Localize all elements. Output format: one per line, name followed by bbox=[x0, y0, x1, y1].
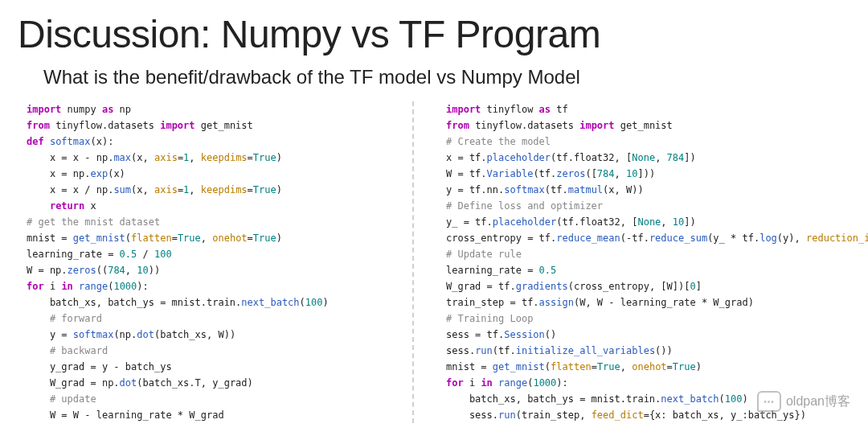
code-token: as bbox=[102, 104, 113, 115]
code-token: in bbox=[61, 281, 72, 292]
code-token: ]) bbox=[684, 216, 695, 228]
code-token: 0.5 bbox=[120, 249, 137, 260]
code-token: y = bbox=[27, 329, 73, 340]
code-token: get_mnist bbox=[73, 232, 125, 244]
code-token: range bbox=[79, 281, 108, 292]
code-token: ( bbox=[719, 393, 725, 405]
code-token: onehot bbox=[632, 361, 666, 372]
code-token: sum bbox=[113, 184, 131, 195]
code-token: import bbox=[579, 120, 614, 131]
code-token: run bbox=[475, 345, 493, 356]
code-token: zeros bbox=[68, 265, 96, 276]
code-token: ( bbox=[300, 297, 305, 308]
code-token: tf bbox=[551, 104, 568, 115]
code-token: softmax bbox=[504, 184, 545, 195]
code-token: 784 bbox=[597, 168, 615, 179]
code-token: , bbox=[125, 265, 137, 276]
code-token: # update bbox=[50, 393, 96, 405]
code-token: get_mnist bbox=[195, 120, 253, 131]
code-columns: import numpy as np from tinyflow.dataset… bbox=[14, 101, 854, 423]
code-token: True bbox=[597, 361, 620, 372]
code-token: (tf. bbox=[493, 345, 516, 356]
code-token: True bbox=[673, 361, 696, 372]
code-token: (train_step, bbox=[516, 409, 592, 421]
numpy-column: import numpy as np from tinyflow.dataset… bbox=[23, 101, 404, 423]
code-token: feed_dict bbox=[592, 409, 644, 421]
code-token: (x, bbox=[131, 184, 154, 195]
code-token: = bbox=[172, 232, 178, 244]
code-token: ])) bbox=[637, 168, 655, 179]
code-token: assign bbox=[539, 297, 574, 308]
code-token: import bbox=[446, 104, 481, 115]
code-token: dot bbox=[120, 377, 137, 389]
code-token: True bbox=[253, 184, 276, 195]
code-token: def bbox=[27, 136, 44, 147]
code-token: reduce_sum bbox=[649, 232, 707, 244]
code-token: ) bbox=[276, 232, 282, 244]
code-token: (-tf. bbox=[620, 232, 649, 244]
code-token: reduce_mean bbox=[556, 232, 620, 244]
code-token: log bbox=[760, 232, 777, 244]
code-token: True bbox=[253, 152, 276, 163]
code-token: tinyflow.datasets bbox=[469, 120, 579, 131]
code-token: (( bbox=[96, 265, 108, 276]
code-token: as bbox=[539, 104, 551, 115]
code-token: 784 bbox=[108, 265, 125, 276]
code-token: zeros bbox=[556, 168, 585, 179]
code-token: (x): bbox=[91, 136, 114, 147]
code-token: W_grad = np. bbox=[27, 377, 120, 389]
code-token: learning_rate = bbox=[446, 265, 539, 276]
code-token: 100 bbox=[305, 297, 323, 308]
code-token: for bbox=[446, 377, 464, 389]
code-token: , bbox=[620, 361, 632, 372]
code-token: = bbox=[248, 184, 253, 195]
code-token: tinyflow bbox=[481, 104, 538, 115]
code-token: 100 bbox=[154, 249, 172, 260]
slide-title: Discussion: Numpy vs TF Program bbox=[18, 12, 854, 56]
code-token: import bbox=[160, 120, 194, 131]
code-token: i bbox=[464, 377, 481, 389]
code-token: axis bbox=[154, 184, 178, 195]
code-token: reduction_indices bbox=[806, 232, 868, 244]
code-token: (x, W)) bbox=[603, 184, 644, 195]
code-token: from bbox=[27, 120, 50, 131]
code-token bbox=[44, 136, 50, 147]
code-token: run bbox=[498, 409, 516, 421]
code-token: = bbox=[667, 361, 673, 372]
code-token: flatten bbox=[131, 232, 172, 244]
code-token: ) bbox=[742, 393, 747, 405]
code-token: / bbox=[137, 249, 154, 260]
code-token: (np. bbox=[113, 329, 137, 340]
code-token: ) bbox=[276, 184, 282, 195]
code-token: sess. bbox=[446, 409, 498, 421]
code-token: , bbox=[189, 184, 200, 195]
code-token: 10 bbox=[673, 216, 684, 228]
code-token: numpy bbox=[61, 104, 102, 115]
code-token: keepdims bbox=[201, 152, 248, 163]
code-token: onehot bbox=[212, 232, 247, 244]
code-token: x bbox=[84, 200, 96, 212]
code-token: y_ = tf. bbox=[446, 216, 493, 228]
code-token: (tf.float32, [ bbox=[551, 152, 632, 163]
code-token bbox=[27, 313, 50, 324]
code-token: , bbox=[661, 216, 672, 228]
code-token: return bbox=[50, 200, 84, 212]
code-token: mnist = bbox=[27, 232, 73, 244]
code-token: gradients bbox=[516, 281, 568, 292]
code-token: max bbox=[113, 152, 131, 163]
code-token: 784 bbox=[667, 152, 685, 163]
code-token: y_grad = y - batch_ys bbox=[27, 361, 172, 372]
code-token: (W, W - learning_rate * W_grad) bbox=[574, 297, 754, 308]
code-token: tinyflow.datasets bbox=[50, 120, 160, 131]
code-token: , bbox=[189, 152, 200, 163]
code-token: 1000 bbox=[533, 377, 556, 389]
code-token: sess = tf. bbox=[446, 329, 504, 340]
slide-subtitle: What is the benefit/drawback of the TF m… bbox=[43, 66, 854, 88]
code-token: softmax bbox=[50, 136, 91, 147]
code-token: # Create the model bbox=[446, 136, 551, 147]
code-token: i bbox=[44, 281, 62, 292]
code-token: ): bbox=[556, 377, 567, 389]
code-token: (tf.float32, [ bbox=[556, 216, 637, 228]
code-token: (cross_entropy, [W])[ bbox=[568, 281, 690, 292]
code-token: = bbox=[248, 232, 253, 244]
